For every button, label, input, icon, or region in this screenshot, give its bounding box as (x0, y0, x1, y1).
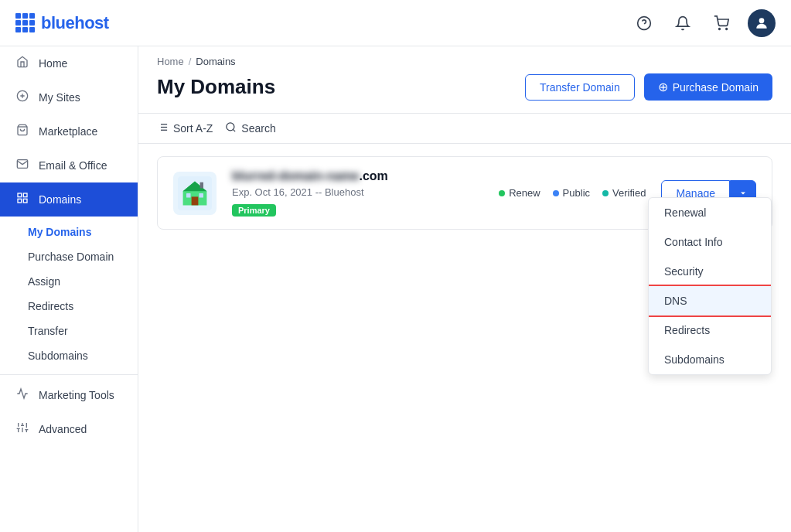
redirects-label: Redirects (28, 300, 73, 312)
sub-item-transfer[interactable]: Transfer (0, 319, 138, 343)
domains-sub-menu: My Domains Purchase Domain Assign Redire… (0, 217, 138, 371)
svg-point-2 (719, 28, 721, 29)
purchase-domain-button[interactable]: ⊕ Purchase Domain (644, 73, 772, 101)
search-icon (225, 121, 237, 135)
dropdown-contact-info[interactable]: Contact Info (649, 227, 771, 257)
logo[interactable]: bluehost (15, 13, 109, 33)
sub-item-redirects[interactable]: Redirects (0, 294, 138, 319)
breadcrumb-home[interactable]: Home (157, 56, 184, 67)
breadcrumb-current: Domains (196, 56, 235, 67)
verified-label: Verified (612, 187, 646, 199)
sidebar-home-label: Home (39, 57, 67, 70)
cart-icon[interactable] (709, 11, 734, 36)
page-title: My Domains (157, 75, 275, 99)
domain-card-wrapper: blurred-domain-name.com Exp. Oct 16, 202… (157, 156, 772, 230)
domain-status: Renew Public Verified (499, 187, 646, 199)
renew-label: Renew (509, 187, 540, 199)
sidebar-email-label: Email & Office (39, 159, 107, 172)
public-dot (553, 190, 559, 196)
dropdown-redirects[interactable]: Redirects (649, 315, 771, 345)
svg-line-27 (234, 129, 236, 131)
sidebar-item-marketing-tools[interactable]: Marketing Tools (0, 378, 138, 412)
logo-grid-icon (15, 13, 35, 32)
domain-expiry: Exp. Oct 16, 2021 -- Bluehost (232, 186, 483, 198)
wordpress-icon (15, 90, 29, 105)
manage-dropdown-menu: Renewal Contact Info Security DNS (648, 197, 772, 375)
purchase-domain-label: Purchase Domain (28, 251, 114, 263)
transfer-label: Transfer (28, 325, 68, 337)
notifications-icon[interactable] (670, 11, 695, 36)
main-inner: Home / Domains My Domains Transfer Domai… (138, 46, 791, 532)
verified-status: Verified (602, 187, 646, 199)
transfer-domain-button[interactable]: Transfer Domain (525, 74, 635, 101)
sidebar-item-my-sites[interactable]: My Sites (0, 80, 138, 114)
svg-rect-8 (23, 193, 27, 197)
sub-item-assign[interactable]: Assign (0, 269, 138, 294)
breadcrumb: Home / Domains (138, 46, 791, 67)
domain-logo (173, 172, 217, 215)
svg-marker-36 (709, 197, 725, 198)
sidebar-item-advanced[interactable]: Advanced (0, 412, 138, 446)
svg-rect-32 (186, 193, 191, 198)
renew-status: Renew (499, 187, 540, 199)
sort-button[interactable]: Sort A-Z (157, 121, 213, 135)
domain-card: blurred-domain-name.com Exp. Oct 16, 202… (157, 156, 772, 230)
sidebar-item-home[interactable]: Home (0, 46, 138, 80)
renew-dot (499, 190, 505, 196)
dropdown-renewal[interactable]: Renewal (649, 198, 771, 227)
public-status: Public (553, 187, 590, 199)
logo-text: bluehost (41, 13, 109, 33)
sub-item-my-domains[interactable]: My Domains (0, 220, 138, 244)
sub-item-subdomains[interactable]: Subdomains (0, 343, 138, 368)
dropdown-security[interactable]: Security (649, 257, 771, 286)
header-icons (632, 9, 776, 37)
sort-label: Sort A-Z (173, 122, 213, 135)
domain-list: blurred-domain-name.com Exp. Oct 16, 202… (138, 144, 791, 242)
sidebar-item-domains[interactable]: Domains (0, 182, 138, 217)
svg-point-4 (759, 18, 765, 23)
sub-item-purchase-domain[interactable]: Purchase Domain (0, 244, 138, 269)
envelope-icon (15, 158, 29, 173)
sidebar-my-sites-label: My Sites (39, 91, 80, 104)
svg-point-3 (726, 28, 728, 29)
bag-icon (15, 124, 29, 139)
main-content: Home / Domains My Domains Transfer Domai… (138, 46, 791, 532)
sidebar-divider (0, 374, 138, 375)
search-button[interactable]: Search (225, 121, 275, 135)
sidebar-advanced-label: Advanced (39, 423, 87, 435)
assign-label: Assign (28, 275, 60, 288)
svg-rect-7 (18, 193, 22, 197)
page-actions: Transfer Domain ⊕ Purchase Domain (525, 73, 772, 101)
breadcrumb-separator: / (189, 56, 192, 67)
help-icon[interactable] (632, 11, 656, 36)
svg-rect-34 (200, 182, 203, 188)
svg-rect-9 (18, 199, 22, 203)
sidebar-marketing-label: Marketing Tools (39, 389, 114, 401)
search-label: Search (241, 122, 275, 135)
sidebar-marketplace-label: Marketplace (39, 125, 97, 138)
sidebar-item-email-office[interactable]: Email & Office (0, 148, 138, 182)
svg-point-26 (227, 123, 234, 131)
toolbar: Sort A-Z Search (138, 113, 791, 144)
sort-icon (157, 121, 169, 135)
red-arrow (705, 197, 728, 201)
page-header: My Domains Transfer Domain ⊕ Purchase Do… (138, 67, 791, 113)
domain-image (178, 176, 212, 210)
svg-rect-10 (23, 199, 27, 203)
marketing-icon (15, 387, 29, 403)
domain-info: blurred-domain-name.com Exp. Oct 16, 202… (232, 169, 483, 217)
sliders-icon (15, 421, 29, 437)
sidebar: Home My Sites Marketplace Email & Office… (0, 46, 138, 532)
sidebar-item-marketplace[interactable]: Marketplace (0, 114, 138, 148)
verified-dot (602, 190, 609, 196)
page-layout: Home My Sites Marketplace Email & Office… (0, 46, 791, 532)
sidebar-domains-label: Domains (39, 193, 81, 206)
avatar[interactable] (748, 9, 776, 37)
dropdown-dns[interactable]: DNS (649, 286, 771, 315)
main-header: bluehost (0, 0, 791, 46)
dropdown-subdomains[interactable]: Subdomains (649, 345, 771, 374)
subdomains-label: Subdomains (28, 350, 88, 362)
svg-rect-31 (192, 196, 199, 205)
my-domains-label: My Domains (28, 226, 91, 238)
domains-icon (15, 192, 29, 207)
